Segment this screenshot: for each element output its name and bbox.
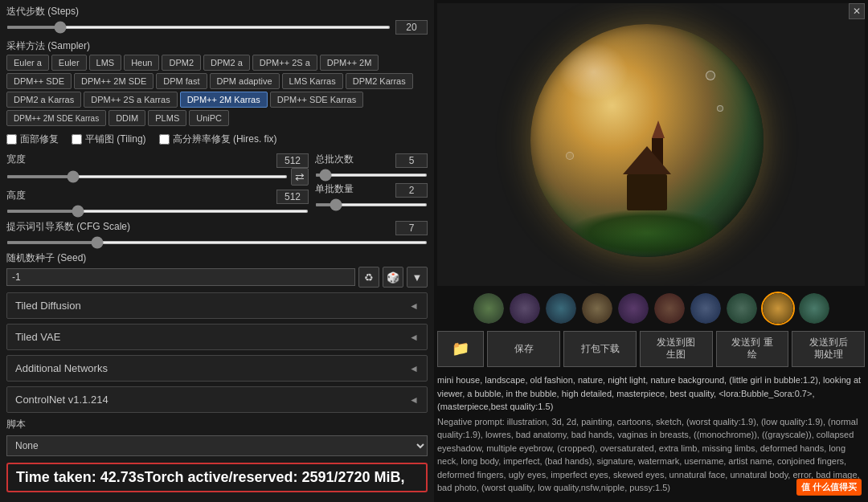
accordion-tiled-diffusion-header[interactable]: Tiled Diffusion ◄ — [7, 293, 427, 318]
pack-download-button[interactable]: 打包下载 — [563, 331, 637, 367]
send-to-img2img-button[interactable]: 发送到图生图 — [640, 331, 713, 367]
sampler-dpm2msde[interactable]: DPM++ 2M SDE — [74, 73, 154, 89]
sampler-ddim[interactable]: DDIM — [108, 110, 145, 126]
sampler-dpm2a[interactable]: DPM2 a — [203, 55, 250, 71]
folder-button[interactable]: 📁 — [437, 331, 484, 367]
sampler-dpmsdekarras[interactable]: DPM++ SDE Karras — [270, 92, 363, 108]
accordion-tiled-diffusion-arrow: ◄ — [409, 300, 419, 312]
accordion-additional-networks-header[interactable]: Additional Networks ◄ — [7, 356, 427, 381]
batch-count-slider[interactable] — [315, 173, 428, 177]
accordion-tiled-vae-arrow: ◄ — [409, 332, 419, 343]
sampler-heun[interactable]: Heun — [124, 55, 159, 71]
script-select[interactable]: None X/Y/Z plot Prompt matrix Prompts fr… — [6, 435, 428, 456]
thumbnail-6[interactable] — [653, 292, 686, 325]
cfg-scale-slider[interactable] — [6, 241, 428, 244]
thumbnail-4[interactable] — [580, 292, 614, 325]
script-section: 脚本 None X/Y/Z plot Prompt matrix Prompts… — [6, 418, 428, 456]
height-slider[interactable] — [6, 210, 309, 213]
sampler-lms[interactable]: LMS — [89, 55, 122, 71]
sampler-dpm2karras[interactable]: DPM2 Karras — [346, 73, 413, 89]
steps-label: 迭代步数 (Steps) — [6, 5, 428, 18]
thumbnail-strip — [437, 289, 865, 328]
thumbnail-2[interactable] — [508, 292, 542, 325]
thumbnail-10[interactable] — [797, 292, 831, 325]
thumbnail-5[interactable] — [616, 292, 650, 325]
accordion-controlnet-header[interactable]: ControlNet v1.1.214 ◄ — [7, 387, 427, 412]
steps-value: 20 — [395, 20, 428, 35]
width-slider[interactable] — [6, 175, 288, 178]
accordion-additional-networks: Additional Networks ◄ — [6, 355, 428, 382]
face-restore-checkbox[interactable]: 面部修复 — [6, 133, 59, 146]
accordion-tiled-vae: Tiled VAE ◄ — [6, 324, 428, 350]
generated-image — [530, 24, 772, 265]
batch-size-section: 单批数量 2 — [315, 182, 428, 209]
seed-extra-btn[interactable]: ▼ — [407, 267, 428, 288]
thumbnail-9[interactable] — [761, 292, 795, 325]
right-panel: ✕ — [434, 0, 868, 502]
batch-size-label: 单批数量 — [315, 182, 354, 196]
sampler-dpmfast[interactable]: DPM fast — [156, 73, 207, 89]
script-label: 脚本 — [6, 418, 428, 431]
batch-size-value: 2 — [395, 183, 428, 198]
tiling-checkbox[interactable]: 平铺图 (Tiling) — [72, 133, 146, 146]
sampler-dpm2[interactable]: DPM2 — [162, 55, 201, 71]
batch-count-value: 5 — [395, 153, 428, 168]
globe-image — [530, 24, 764, 257]
sampler-euler[interactable]: Euler — [51, 55, 87, 71]
steps-info-display: Steps: 20, Sampler: DPM++ 2M Karras, CFG… — [437, 498, 865, 500]
steps-section: 迭代步数 (Steps) 20 — [6, 5, 428, 35]
sampler-dpm2m[interactable]: DPM++ 2M — [320, 55, 379, 71]
send-to-extras-button[interactable]: 发送到后期处理 — [792, 331, 865, 367]
accordion-additional-networks-arrow: ◄ — [409, 363, 419, 374]
accordion-tiled-vae-header[interactable]: Tiled VAE ◄ — [7, 324, 427, 349]
steps-slider[interactable] — [6, 26, 391, 29]
dice-btn[interactable]: 🎲 — [383, 267, 403, 288]
globe-highlight — [559, 43, 628, 101]
send-to-inpaint-button[interactable]: 发送到 重绘 — [716, 331, 789, 367]
sampler-grid: Euler a Euler LMS Heun DPM2 DPM2 a DPM++… — [6, 55, 428, 126]
recycle-seed-btn[interactable]: ♻ — [358, 267, 379, 288]
sampler-dpmsde[interactable]: DPM++ SDE — [6, 73, 72, 89]
thumbnail-1[interactable] — [472, 292, 506, 325]
left-panel: 迭代步数 (Steps) 20 采样方法 (Sampler) Euler a E… — [0, 0, 434, 502]
accordion-controlnet-arrow: ◄ — [409, 394, 419, 406]
sampler-dpm2msdekarras[interactable]: DPM++ 2M SDE Karras — [6, 110, 106, 126]
hires-fix-checkbox[interactable]: 高分辨率修复 (Hires. fix) — [159, 133, 277, 146]
watermark: 值 什么值得买 — [796, 479, 862, 496]
seed-label: 随机数种子 (Seed) — [6, 251, 428, 265]
cfg-scale-section: 提示词引导系数 (CFG Scale) 7 — [6, 220, 428, 247]
sampler-dpm2sakarras[interactable]: DPM++ 2S a Karras — [84, 92, 177, 108]
thumbnail-7[interactable] — [689, 292, 723, 325]
house-in-globe — [615, 138, 679, 210]
seed-input[interactable] — [6, 268, 355, 286]
width-section: 宽度 512 ⇄ — [6, 153, 309, 186]
sampler-unipc[interactable]: UniPC — [189, 110, 229, 126]
swap-dimensions-btn[interactable]: ⇄ — [291, 168, 309, 186]
options-row: 面部修复 平铺图 (Tiling) 高分辨率修复 (Hires. fix) — [6, 131, 428, 148]
thumbnail-8[interactable] — [725, 292, 759, 325]
sampler-label: 采样方法 (Sampler) — [6, 39, 428, 53]
action-buttons: 📁 保存 打包下载 发送到图生图 发送到 重绘 发送到后期处理 — [437, 328, 865, 370]
main-image-area — [437, 3, 865, 286]
width-value: 512 — [276, 153, 309, 168]
close-button[interactable]: ✕ — [849, 3, 865, 19]
accordion-tiled-diffusion: Tiled Diffusion ◄ — [6, 292, 428, 319]
sampler-euler_a[interactable]: Euler a — [6, 55, 49, 71]
accordion-controlnet: ControlNet v1.1.214 ◄ — [6, 386, 428, 413]
batch-count-label: 总批次数 — [315, 153, 354, 166]
positive-prompt-display: mini house, landscape, old fashion, natu… — [437, 373, 865, 414]
save-button[interactable]: 保存 — [487, 331, 560, 367]
thumbnail-3[interactable] — [544, 292, 578, 325]
cfg-scale-label: 提示词引导系数 (CFG Scale) — [6, 220, 130, 234]
height-label: 高度 — [6, 189, 26, 202]
seed-section: 随机数种子 (Seed) ♻ 🎲 ▼ — [6, 251, 428, 288]
height-section: 高度 512 — [6, 189, 309, 215]
cfg-scale-value: 7 — [395, 221, 428, 235]
batch-size-slider[interactable] — [315, 203, 428, 206]
sampler-dpmadaptive[interactable]: DPM adaptive — [210, 73, 280, 89]
sampler-dpm2mkarras[interactable]: DPM++ 2M Karras — [180, 92, 268, 108]
sampler-dpm2sa[interactable]: DPM++ 2S a — [252, 55, 317, 71]
sampler-plms[interactable]: PLMS — [148, 110, 186, 126]
sampler-dpm2akarras[interactable]: DPM2 a Karras — [6, 92, 81, 108]
sampler-lmskarras[interactable]: LMS Karras — [282, 73, 343, 89]
